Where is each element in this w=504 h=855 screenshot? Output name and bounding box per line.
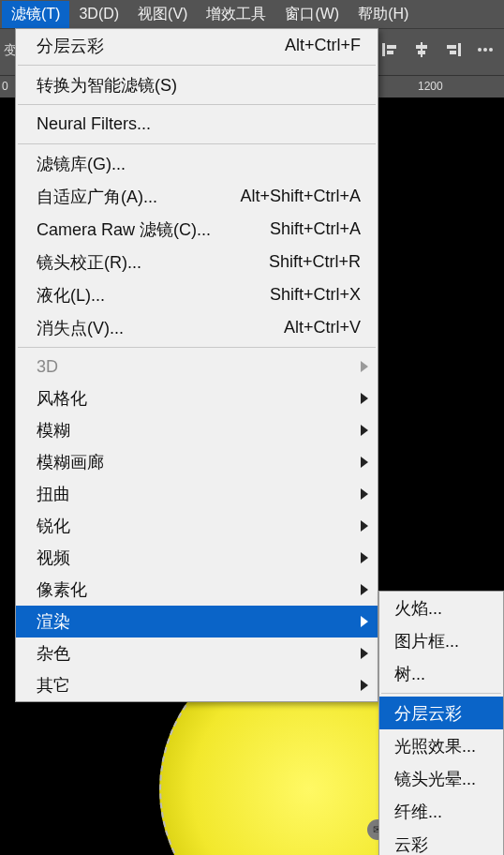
item-shortcut: Alt+Ctrl+F [257, 36, 361, 55]
submenu-arrow-icon [361, 648, 368, 659]
more-icon[interactable] [476, 40, 495, 59]
item-label: 扭曲 [37, 483, 361, 505]
sub-difference-clouds[interactable]: 分层云彩 [379, 697, 503, 729]
item-label: 其它 [37, 674, 361, 697]
item-label: Camera Raw 滤镜(C)... [37, 218, 242, 241]
item-convert-smart[interactable]: 转换为智能滤镜(S) [16, 68, 378, 101]
item-label: 分层云彩 [394, 702, 490, 725]
item-video[interactable]: 视频 [16, 542, 378, 574]
item-label: 镜头光晕... [394, 768, 490, 790]
ruler-tick-1200: 1200 [418, 80, 443, 93]
item-label: 渲染 [37, 610, 361, 633]
separator [18, 104, 376, 105]
item-blur-gallery[interactable]: 模糊画廊 [16, 446, 378, 478]
submenu-arrow-icon [361, 457, 368, 468]
item-shortcut: Alt+Ctrl+V [256, 318, 361, 338]
submenu-arrow-icon [361, 680, 368, 691]
item-shortcut: Shift+Ctrl+R [241, 252, 361, 272]
item-shortcut: Shift+Ctrl+A [242, 219, 361, 239]
separator [18, 347, 376, 348]
separator [18, 65, 376, 66]
sub-clouds[interactable]: 云彩 [379, 828, 503, 855]
item-pixelate[interactable]: 像素化 [16, 574, 378, 606]
item-adaptive-wide[interactable]: 自适应广角(A)...Alt+Shift+Ctrl+A [16, 180, 378, 213]
svg-rect-8 [450, 51, 456, 54]
item-label: 杂色 [37, 642, 361, 665]
item-label: 3D [37, 357, 361, 377]
submenu-arrow-icon [361, 393, 368, 404]
sub-fibers[interactable]: 纤维... [379, 795, 503, 828]
item-label: 分层云彩 [37, 35, 257, 57]
item-liquify[interactable]: 液化(L)...Shift+Ctrl+X [16, 278, 378, 311]
item-label: 风格化 [37, 387, 361, 410]
menu-plugins[interactable]: 增效工具 [197, 1, 275, 28]
item-shortcut: Alt+Shift+Ctrl+A [212, 187, 361, 206]
align-right-icon[interactable] [444, 40, 463, 59]
item-label: 转换为智能滤镜(S) [37, 74, 361, 97]
item-label: 模糊画廊 [37, 451, 361, 473]
item-label: 视频 [37, 547, 361, 569]
menu-3d[interactable]: 3D(D) [69, 2, 128, 26]
item-filter-gallery[interactable]: 滤镜库(G)... [16, 147, 378, 180]
item-label: 云彩 [394, 833, 490, 856]
svg-rect-2 [387, 51, 393, 54]
submenu-arrow-icon [361, 425, 368, 436]
menu-view[interactable]: 视图(V) [128, 1, 197, 28]
item-camera-raw[interactable]: Camera Raw 滤镜(C)...Shift+Ctrl+A [16, 213, 378, 246]
align-center-icon[interactable] [412, 40, 431, 59]
sub-picture-frame[interactable]: 图片框... [379, 624, 503, 657]
sub-lighting-effects[interactable]: 光照效果... [379, 729, 503, 762]
item-vanishing-point[interactable]: 消失点(V)...Alt+Ctrl+V [16, 311, 378, 344]
sub-flame[interactable]: 火焰... [379, 592, 503, 624]
menu-help[interactable]: 帮助(H) [348, 1, 418, 28]
svg-rect-0 [382, 43, 385, 56]
svg-rect-3 [421, 42, 422, 57]
menu-window[interactable]: 窗口(W) [275, 1, 348, 28]
svg-rect-1 [387, 45, 396, 49]
menu-filter[interactable]: 滤镜(T) [2, 1, 69, 28]
item-label: 像素化 [37, 578, 361, 601]
item-label: 纤维... [394, 801, 490, 823]
item-label: 树... [394, 663, 490, 685]
item-stylize[interactable]: 风格化 [16, 382, 378, 414]
item-label: 液化(L)... [37, 284, 242, 307]
item-render[interactable]: 渲染 [16, 606, 378, 638]
sub-lens-flare[interactable]: 镜头光晕... [379, 762, 503, 795]
submenu-arrow-icon [361, 361, 368, 372]
item-neural-filters[interactable]: Neural Filters... [16, 108, 378, 141]
ruler-tick-0: 0 [2, 80, 8, 93]
item-label: 图片框... [394, 630, 490, 652]
submenu-arrow-icon [361, 488, 368, 500]
svg-point-9 [478, 48, 482, 52]
item-label: Neural Filters... [37, 114, 361, 134]
svg-point-10 [483, 48, 487, 52]
svg-rect-5 [418, 51, 425, 54]
sub-tree[interactable]: 树... [379, 657, 503, 690]
item-shortcut: Shift+Ctrl+X [242, 285, 361, 305]
svg-point-11 [489, 48, 493, 52]
item-label: 镜头校正(R)... [37, 251, 241, 274]
item-label: 滤镜库(G)... [37, 153, 361, 175]
item-label: 锐化 [37, 515, 361, 537]
item-other[interactable]: 其它 [16, 669, 378, 701]
align-left-icon[interactable] [380, 40, 399, 59]
item-last-filter[interactable]: 分层云彩 Alt+Ctrl+F [16, 29, 378, 62]
svg-rect-7 [447, 45, 456, 49]
item-3d[interactable]: 3D [16, 351, 378, 382]
item-distort[interactable]: 扭曲 [16, 478, 378, 510]
item-label: 自适应广角(A)... [37, 186, 212, 208]
item-noise[interactable]: 杂色 [16, 638, 378, 669]
item-label: 消失点(V)... [37, 317, 256, 339]
submenu-arrow-icon [361, 616, 368, 627]
item-sharpen[interactable]: 锐化 [16, 510, 378, 542]
svg-rect-6 [458, 43, 461, 56]
app-menubar: 滤镜(T) 3D(D) 视图(V) 增效工具 窗口(W) 帮助(H) [0, 0, 504, 28]
item-label: 火焰... [394, 597, 490, 620]
item-lens-correct[interactable]: 镜头校正(R)...Shift+Ctrl+R [16, 246, 378, 278]
filter-dropdown: 分层云彩 Alt+Ctrl+F 转换为智能滤镜(S) Neural Filter… [15, 28, 378, 702]
separator [381, 693, 501, 694]
render-submenu: 火焰... 图片框... 树... 分层云彩 光照效果... 镜头光晕... 纤… [378, 591, 504, 855]
submenu-arrow-icon [361, 584, 368, 595]
item-blur[interactable]: 模糊 [16, 414, 378, 446]
item-label: 模糊 [37, 419, 361, 442]
